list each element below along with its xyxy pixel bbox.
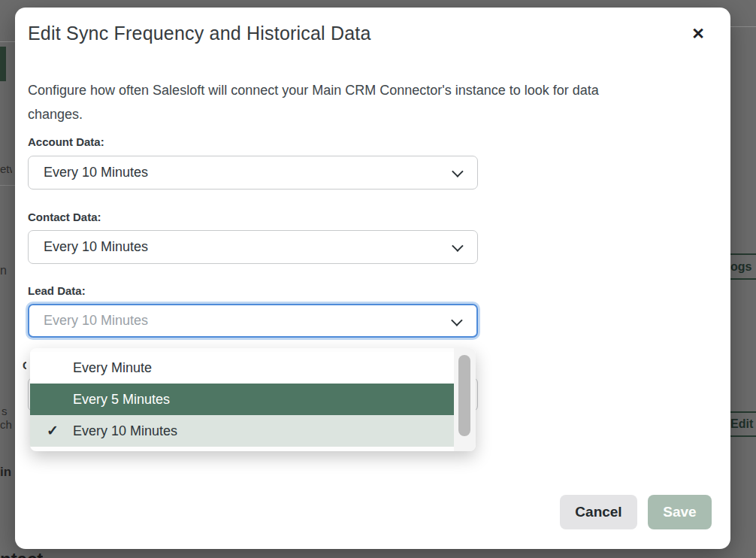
background-edit-label: Edit — [730, 417, 753, 431]
background-nav-highlight — [0, 47, 6, 81]
scrollbar-thumb[interactable] — [458, 355, 470, 436]
contact-data-value: Every 10 Minutes — [44, 239, 148, 255]
account-data-label: Account Data: — [28, 135, 104, 148]
lead-data-label: Lead Data: — [28, 284, 86, 297]
description-line: changes. — [28, 102, 712, 126]
background-logs-label: ogs — [730, 260, 751, 274]
dropdown-option-every-minute[interactable]: Every Minute — [30, 352, 454, 384]
account-data-select[interactable]: Every 10 Minutes — [28, 156, 478, 190]
dropdown-option-every-10-minutes[interactable]: ✓ Every 10 Minutes — [30, 415, 454, 447]
background-heading-fragment: ntact — [0, 549, 43, 558]
background-text-fragment: ch — [0, 418, 12, 431]
chevron-down-icon — [451, 314, 463, 326]
lead-data-dropdown-list: Every Minute Every 5 Minutes ✓ Every 10 … — [30, 348, 476, 451]
option-label: Every 5 Minutes — [73, 392, 170, 408]
lead-data-select[interactable]: Every 10 Minutes — [28, 304, 478, 338]
account-data-value: Every 10 Minutes — [44, 165, 148, 180]
contact-data-label: Contact Data: — [28, 211, 101, 223]
edit-sync-frequency-dialog: Edit Sync Frequency and Historical Data … — [15, 8, 730, 549]
check-icon: ✓ — [47, 422, 59, 439]
background-divider — [730, 26, 756, 27]
option-label: Every 10 Minutes — [73, 423, 177, 439]
chevron-down-icon — [452, 240, 464, 252]
cancel-button[interactable]: Cancel — [560, 495, 637, 529]
background-divider — [0, 41, 15, 42]
save-button[interactable]: Save — [648, 495, 712, 529]
dropdown-option-every-5-minutes[interactable]: Every 5 Minutes — [30, 384, 454, 415]
obscured-label-fragment: C — [23, 359, 26, 369]
contact-data-select[interactable]: Every 10 Minutes — [28, 230, 478, 264]
dialog-title: Edit Sync Frequency and Historical Data — [28, 23, 371, 44]
background-logs-button-fragment: ogs — [730, 253, 756, 280]
close-icon[interactable]: ✕ — [687, 23, 709, 45]
chevron-down-icon — [452, 165, 464, 177]
option-label: Every Minute — [73, 360, 152, 376]
background-text-fragment: in — [0, 465, 11, 480]
background-divider — [0, 185, 15, 186]
dropdown-scrollbar[interactable] — [454, 348, 476, 451]
background-text-fragment: n — [0, 264, 7, 277]
lead-data-value: Every 10 Minutes — [44, 313, 148, 329]
background-text-fragment: s — [2, 405, 8, 417]
background-text-fragment: etw — [0, 162, 12, 175]
dialog-description: Configure how often Salesloft will conne… — [28, 78, 712, 126]
background-edit-button-fragment: Edit — [730, 411, 756, 437]
description-line: Configure how often Salesloft will conne… — [28, 78, 712, 102]
screen: { "dialog": { "title": "Edit Sync Freque… — [0, 0, 756, 558]
